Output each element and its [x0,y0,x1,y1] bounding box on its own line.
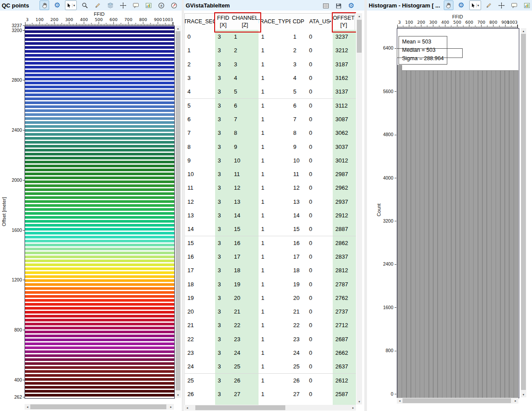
column-header-ata_us[interactable]: ATA_US▲ [306,13,333,31]
scroll-thumb[interactable] [176,31,180,390]
scroll-up-arrow[interactable]: ▴ [521,28,526,34]
table-cell[interactable]: 2862 [333,236,356,250]
table-cell[interactable]: 14 [184,222,219,236]
table-cell[interactable]: 1 [259,236,294,250]
table-cell[interactable]: 28 [231,401,262,405]
scroll-thumb[interactable] [30,404,166,409]
table-cell[interactable]: 9 [184,154,219,168]
crosshair-move-icon[interactable] [118,0,128,10]
table-cell[interactable]: 0 [306,43,336,58]
table-horizontal-scrollbar[interactable]: ◂▸ [184,405,356,411]
table-cell[interactable]: 23 [231,332,262,346]
table-cell[interactable]: 22 [231,318,262,332]
table-cell[interactable]: 0 [306,209,336,223]
histogram-plot-canvas[interactable] [397,28,519,398]
qc-horizontal-scrollbar[interactable]: ◂▸ [25,404,174,410]
scroll-up-arrow[interactable]: ▴ [356,13,362,19]
table-cell[interactable]: 3212 [333,43,356,58]
table-cell[interactable]: 1 [259,277,294,291]
table-vertical-scrollbar[interactable]: ▴▾ [356,13,362,404]
table-cell[interactable]: 1 [231,30,262,44]
table-cell[interactable]: 2887 [333,222,356,236]
table-cell[interactable]: 0 [306,154,336,168]
table-cell[interactable]: 8 [184,140,219,154]
table-cell[interactable]: 10 [231,154,262,168]
table-cell[interactable]: 20 [231,291,262,305]
table-cell[interactable]: 3087 [333,112,356,126]
table-cell[interactable]: 24 [231,346,262,360]
table-cell[interactable]: 22 [184,332,219,346]
qc-plot-canvas[interactable] [25,25,175,399]
table-cell[interactable]: 23 [184,346,219,360]
table-cell[interactable]: 3187 [333,58,356,72]
table-cell[interactable]: 12 [184,195,219,209]
table-cell[interactable]: 17 [231,250,262,264]
scroll-right-arrow[interactable]: ▸ [513,398,518,404]
table-cell[interactable]: 3037 [333,140,356,154]
pen-icon[interactable] [93,0,102,10]
scroll-left-arrow[interactable]: ◂ [184,405,190,411]
table-cell[interactable]: 0 [306,30,336,44]
layers-icon[interactable] [105,0,115,10]
table-cell[interactable]: 1 [259,58,294,72]
table-grid-icon[interactable] [321,1,331,11]
table-cell[interactable]: 14 [231,209,262,223]
table-cell[interactable]: 0 [184,30,219,44]
table-cell[interactable]: 15 [231,222,262,236]
table-cell[interactable]: 2812 [333,263,356,278]
table-cell[interactable]: 1 [259,195,294,209]
select-cursor-icon[interactable]: ▾ [469,0,481,10]
table-cell[interactable]: 2587 [333,387,356,401]
comment-bubble-icon[interactable] [510,0,519,10]
table-cell[interactable]: 0 [306,305,336,319]
table-cell[interactable]: 10 [184,167,219,181]
table-cell[interactable]: 3012 [333,154,356,168]
column-header-cdp[interactable]: CDP [291,13,307,31]
table-cell[interactable]: 1 [259,140,294,154]
crosshair-move-icon[interactable] [497,0,507,10]
table-cell[interactable]: 1 [259,99,294,113]
table-cell[interactable]: 3 [231,58,262,72]
scroll-track[interactable] [521,34,526,392]
table-cell[interactable]: 2662 [333,346,356,360]
table-cell[interactable]: 1 [259,181,294,195]
table-cell[interactable]: 2 [231,43,262,58]
table-cell[interactable]: 3 [184,71,219,85]
scroll-left-arrow[interactable]: ◂ [25,404,30,410]
table-cell[interactable]: 0 [306,126,336,140]
pan-hand-icon[interactable] [444,0,453,10]
table-cell[interactable]: 6 [184,112,219,126]
comment-bubble-icon[interactable] [131,0,140,10]
table-cell[interactable]: 3137 [333,85,356,99]
qc-vertical-scrollbar[interactable]: ▴▾ [175,25,181,398]
table-cell[interactable]: 2687 [333,332,356,346]
table-cell[interactable]: 2787 [333,277,356,291]
table-cell[interactable]: 2 [184,58,219,72]
histogram-horizontal-scrollbar[interactable]: ◂▸ [397,398,518,404]
table-cell[interactable]: 1 [259,360,294,374]
table-cell[interactable]: 7 [231,112,262,126]
table-cell[interactable]: 0 [306,401,336,405]
table-cell[interactable]: 1 [259,154,294,168]
table-cell[interactable]: 17 [184,263,219,278]
table-cell[interactable]: 6 [231,99,262,113]
table-cell[interactable]: 1 [259,305,294,319]
table-cell[interactable]: 16 [184,250,219,264]
scroll-thumb[interactable] [403,398,511,403]
histogram-vertical-scrollbar[interactable]: ▴▾ [521,28,526,397]
table-cell[interactable]: 1 [259,43,294,58]
table-cell[interactable]: 12 [231,181,262,195]
table-cell[interactable]: 1 [259,332,294,346]
table-cell[interactable]: 26 [184,387,219,401]
table-cell[interactable]: 0 [306,222,336,236]
column-header-offset[interactable]: OFFSET[Y] [333,13,355,31]
table-cell[interactable]: 0 [306,85,336,99]
table-cell[interactable]: 4 [184,85,219,99]
scroll-right-arrow[interactable]: ▸ [168,404,174,410]
table-cell[interactable]: 21 [184,318,219,332]
table-cell[interactable]: 2637 [333,360,356,374]
table-cell[interactable]: 0 [306,387,336,401]
table-cell[interactable]: 1 [259,112,294,126]
table-cell[interactable]: 1 [259,401,294,405]
table-cell[interactable]: 2562 [333,401,356,405]
